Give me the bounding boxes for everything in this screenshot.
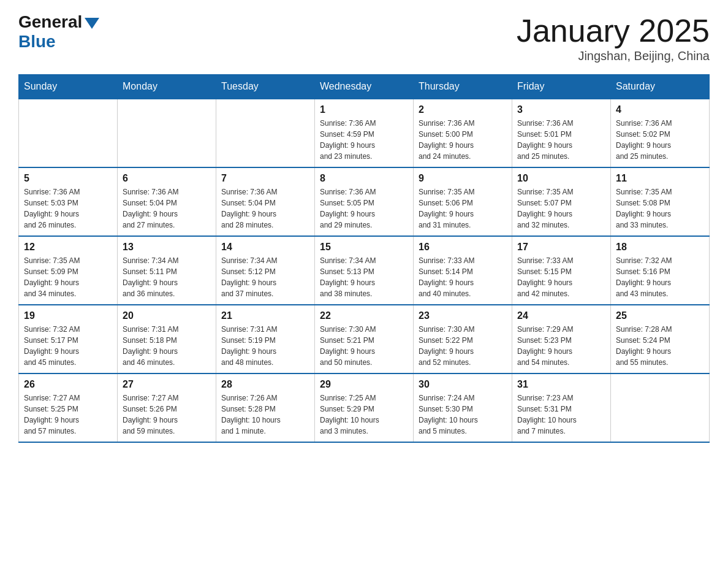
day-number: 23 [419, 310, 507, 321]
day-info: Sunrise: 7:23 AMSunset: 5:31 PMDaylight:… [517, 393, 605, 437]
day-number: 21 [221, 310, 309, 321]
day-number: 28 [221, 379, 309, 390]
day-number: 11 [616, 173, 704, 184]
month-year-title: January 2025 [517, 12, 710, 49]
logo-blue-text: Blue [18, 32, 56, 52]
day-info: Sunrise: 7:36 AMSunset: 5:02 PMDaylight:… [616, 118, 704, 162]
day-info: Sunrise: 7:34 AMSunset: 5:11 PMDaylight:… [123, 255, 211, 299]
calendar-cell: 24Sunrise: 7:29 AMSunset: 5:23 PMDayligh… [512, 305, 611, 373]
calendar-cell: 29Sunrise: 7:25 AMSunset: 5:29 PMDayligh… [315, 373, 414, 442]
calendar-cell: 1Sunrise: 7:36 AMSunset: 4:59 PMDaylight… [315, 99, 414, 167]
weekday-header-saturday: Saturday [611, 75, 710, 99]
day-info: Sunrise: 7:30 AMSunset: 5:22 PMDaylight:… [419, 324, 507, 368]
calendar-cell: 4Sunrise: 7:36 AMSunset: 5:02 PMDaylight… [611, 99, 710, 167]
day-info: Sunrise: 7:35 AMSunset: 5:07 PMDaylight:… [517, 186, 605, 231]
day-number: 12 [24, 242, 112, 253]
day-number: 2 [419, 104, 507, 115]
day-number: 8 [320, 173, 408, 184]
day-info: Sunrise: 7:25 AMSunset: 5:29 PMDaylight:… [320, 393, 408, 437]
day-info: Sunrise: 7:26 AMSunset: 5:28 PMDaylight:… [221, 393, 309, 437]
day-number: 4 [616, 104, 704, 115]
day-info: Sunrise: 7:35 AMSunset: 5:06 PMDaylight:… [419, 186, 507, 231]
calendar-week-row: 12Sunrise: 7:35 AMSunset: 5:09 PMDayligh… [19, 236, 710, 305]
calendar-cell: 10Sunrise: 7:35 AMSunset: 5:07 PMDayligh… [512, 167, 611, 236]
day-info: Sunrise: 7:33 AMSunset: 5:15 PMDaylight:… [517, 255, 605, 299]
calendar-week-row: 1Sunrise: 7:36 AMSunset: 4:59 PMDaylight… [19, 99, 710, 167]
day-info: Sunrise: 7:29 AMSunset: 5:23 PMDaylight:… [517, 324, 605, 368]
day-number: 20 [123, 310, 211, 321]
calendar-cell: 6Sunrise: 7:36 AMSunset: 5:04 PMDaylight… [118, 167, 216, 236]
calendar-cell: 20Sunrise: 7:31 AMSunset: 5:18 PMDayligh… [118, 305, 216, 373]
calendar-cell [19, 99, 118, 167]
logo: General Blue [18, 12, 99, 52]
calendar-cell: 2Sunrise: 7:36 AMSunset: 5:00 PMDaylight… [414, 99, 512, 167]
day-number: 16 [419, 242, 507, 253]
day-number: 19 [24, 310, 112, 321]
day-number: 18 [616, 242, 704, 253]
calendar-cell: 28Sunrise: 7:26 AMSunset: 5:28 PMDayligh… [216, 373, 315, 442]
day-info: Sunrise: 7:27 AMSunset: 5:25 PMDaylight:… [24, 393, 112, 437]
day-number: 22 [320, 310, 408, 321]
day-number: 25 [616, 310, 704, 321]
day-info: Sunrise: 7:36 AMSunset: 4:59 PMDaylight:… [320, 118, 408, 162]
calendar-cell: 30Sunrise: 7:24 AMSunset: 5:30 PMDayligh… [414, 373, 512, 442]
calendar-cell: 18Sunrise: 7:32 AMSunset: 5:16 PMDayligh… [611, 236, 710, 305]
calendar-cell: 22Sunrise: 7:30 AMSunset: 5:21 PMDayligh… [315, 305, 414, 373]
day-info: Sunrise: 7:33 AMSunset: 5:14 PMDaylight:… [419, 255, 507, 299]
weekday-header-tuesday: Tuesday [216, 75, 315, 99]
day-number: 5 [24, 173, 112, 184]
calendar-week-row: 26Sunrise: 7:27 AMSunset: 5:25 PMDayligh… [19, 373, 710, 442]
day-number: 15 [320, 242, 408, 253]
logo-triangle-icon [85, 18, 99, 29]
calendar-cell: 21Sunrise: 7:31 AMSunset: 5:19 PMDayligh… [216, 305, 315, 373]
day-number: 6 [123, 173, 211, 184]
logo-general-text: General [18, 12, 82, 32]
day-info: Sunrise: 7:36 AMSunset: 5:05 PMDaylight:… [320, 186, 408, 231]
weekday-header-friday: Friday [512, 75, 611, 99]
day-number: 13 [123, 242, 211, 253]
calendar-cell: 12Sunrise: 7:35 AMSunset: 5:09 PMDayligh… [19, 236, 118, 305]
calendar-cell [216, 99, 315, 167]
day-number: 3 [517, 104, 605, 115]
calendar-cell: 31Sunrise: 7:23 AMSunset: 5:31 PMDayligh… [512, 373, 611, 442]
day-info: Sunrise: 7:32 AMSunset: 5:16 PMDaylight:… [616, 255, 704, 299]
calendar-cell: 3Sunrise: 7:36 AMSunset: 5:01 PMDaylight… [512, 99, 611, 167]
calendar-cell [118, 99, 216, 167]
day-info: Sunrise: 7:34 AMSunset: 5:13 PMDaylight:… [320, 255, 408, 299]
day-number: 14 [221, 242, 309, 253]
day-number: 26 [24, 379, 112, 390]
day-number: 30 [419, 379, 507, 390]
day-info: Sunrise: 7:36 AMSunset: 5:03 PMDaylight:… [24, 186, 112, 231]
day-info: Sunrise: 7:34 AMSunset: 5:12 PMDaylight:… [221, 255, 309, 299]
weekday-header-sunday: Sunday [19, 75, 118, 99]
calendar-week-row: 5Sunrise: 7:36 AMSunset: 5:03 PMDaylight… [19, 167, 710, 236]
calendar-week-row: 19Sunrise: 7:32 AMSunset: 5:17 PMDayligh… [19, 305, 710, 373]
calendar-cell: 23Sunrise: 7:30 AMSunset: 5:22 PMDayligh… [414, 305, 512, 373]
day-info: Sunrise: 7:28 AMSunset: 5:24 PMDaylight:… [616, 324, 704, 368]
day-number: 1 [320, 104, 408, 115]
calendar-cell: 14Sunrise: 7:34 AMSunset: 5:12 PMDayligh… [216, 236, 315, 305]
calendar-cell: 17Sunrise: 7:33 AMSunset: 5:15 PMDayligh… [512, 236, 611, 305]
calendar-cell: 16Sunrise: 7:33 AMSunset: 5:14 PMDayligh… [414, 236, 512, 305]
day-info: Sunrise: 7:31 AMSunset: 5:19 PMDaylight:… [221, 324, 309, 368]
weekday-header-wednesday: Wednesday [315, 75, 414, 99]
day-info: Sunrise: 7:36 AMSunset: 5:00 PMDaylight:… [419, 118, 507, 162]
calendar-cell: 27Sunrise: 7:27 AMSunset: 5:26 PMDayligh… [118, 373, 216, 442]
calendar-cell: 5Sunrise: 7:36 AMSunset: 5:03 PMDaylight… [19, 167, 118, 236]
day-number: 7 [221, 173, 309, 184]
day-info: Sunrise: 7:35 AMSunset: 5:09 PMDaylight:… [24, 255, 112, 299]
day-info: Sunrise: 7:32 AMSunset: 5:17 PMDaylight:… [24, 324, 112, 368]
location-subtitle: Jingshan, Beijing, China [517, 49, 710, 63]
calendar-cell: 25Sunrise: 7:28 AMSunset: 5:24 PMDayligh… [611, 305, 710, 373]
day-number: 29 [320, 379, 408, 390]
day-number: 24 [517, 310, 605, 321]
day-info: Sunrise: 7:36 AMSunset: 5:04 PMDaylight:… [221, 186, 309, 231]
day-info: Sunrise: 7:36 AMSunset: 5:04 PMDaylight:… [123, 186, 211, 231]
day-info: Sunrise: 7:31 AMSunset: 5:18 PMDaylight:… [123, 324, 211, 368]
calendar-cell: 13Sunrise: 7:34 AMSunset: 5:11 PMDayligh… [118, 236, 216, 305]
day-number: 9 [419, 173, 507, 184]
calendar-table: SundayMondayTuesdayWednesdayThursdayFrid… [18, 74, 710, 443]
calendar-cell: 26Sunrise: 7:27 AMSunset: 5:25 PMDayligh… [19, 373, 118, 442]
calendar-cell: 11Sunrise: 7:35 AMSunset: 5:08 PMDayligh… [611, 167, 710, 236]
calendar-cell: 15Sunrise: 7:34 AMSunset: 5:13 PMDayligh… [315, 236, 414, 305]
